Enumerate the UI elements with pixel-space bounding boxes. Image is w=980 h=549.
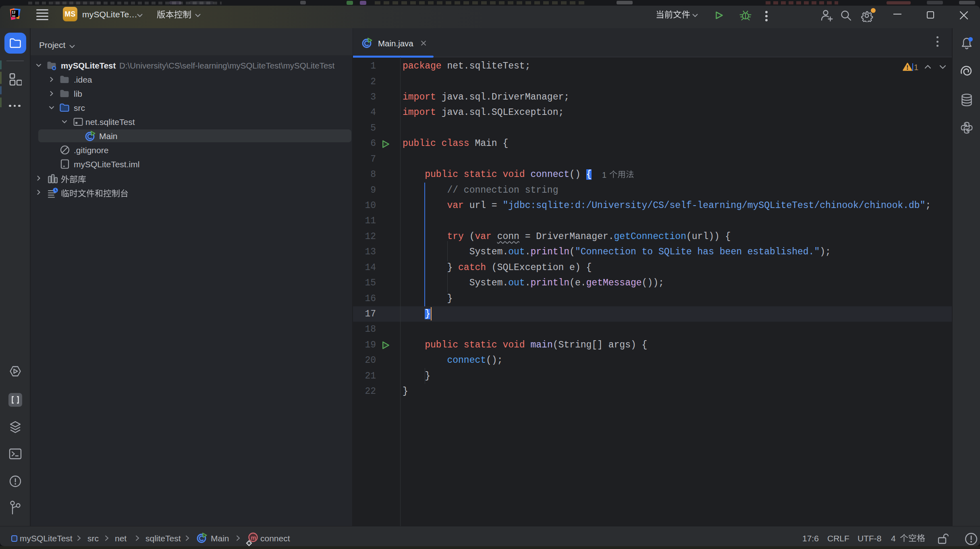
svg-text:m: m <box>251 534 256 541</box>
svg-text:IJ: IJ <box>12 10 16 15</box>
